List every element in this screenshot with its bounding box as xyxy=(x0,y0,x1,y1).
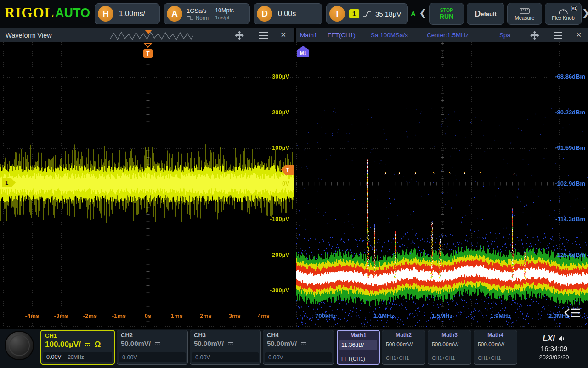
stop-run-button[interactable]: STOP RUN xyxy=(429,3,464,25)
oscilloscope-screen: RIGOL AUTO H 1.00ms/ A 1GSa/s Norm 10Mpt… xyxy=(0,0,588,368)
math-box-math4[interactable]: Math4 500.00mV/ CH1+CH1 xyxy=(474,330,517,365)
pan-move-icon[interactable] xyxy=(235,31,244,40)
math4-scale: 500.00mV/ xyxy=(478,341,504,348)
trigger-position-marker-icon[interactable] xyxy=(145,30,152,34)
panel-menu-icon[interactable] xyxy=(554,32,562,39)
dc-coupling-icon xyxy=(154,341,161,346)
fft-titlebar: Math1 FFT(CH1) Sa:100MSa/s Center:1.5MHz… xyxy=(296,28,588,42)
fft-panel: Math1 FFT(CH1) Sa:100MSa/s Center:1.5MHz… xyxy=(296,28,588,327)
fft-sample-rate: Sa:100MSa/s xyxy=(371,32,408,39)
fft-panel-title: Math1 xyxy=(300,32,317,39)
toolbar-scroll-left-icon[interactable]: ❮ xyxy=(419,7,427,18)
channel-box-ch4[interactable]: CH4 50.00mV/ 0.00V xyxy=(263,330,334,365)
bottom-bar: CH1 100.00µV/ Ω 0.00V 20MHz CH2 50.00mV/ xyxy=(0,329,588,368)
ch1-bandwidth: 20MHz xyxy=(68,354,84,360)
ch1-scale: 100.00µV/ xyxy=(45,340,81,349)
math-box-math3[interactable]: Math3 500.00mV/ CH1+CH1 xyxy=(428,330,471,365)
delay-value: 0.00s xyxy=(278,10,296,18)
stop-label: STOP xyxy=(440,8,453,13)
run-label: RUN xyxy=(440,13,453,20)
math4-expression: CH1+CH1 xyxy=(478,355,501,361)
horizontal-position-overview[interactable] xyxy=(110,29,193,41)
math-box-math1[interactable]: Math1 11.36dB/ FFT(CH1) xyxy=(337,330,380,365)
math3-expression: CH1+CH1 xyxy=(432,355,455,361)
trigger-level-value: 35.18µV xyxy=(375,10,401,18)
flex-knob-icon xyxy=(557,7,569,15)
system-date: 2023/02/20 xyxy=(539,354,569,361)
ch3-scale: 50.00mV/ xyxy=(194,340,224,347)
dc-coupling-icon xyxy=(300,341,307,346)
trigger-pill[interactable]: T 1 35.18µV xyxy=(326,3,408,24)
ch4-scale: 50.00mV/ xyxy=(267,340,297,347)
math2-scale: 500.00mV/ xyxy=(386,341,413,348)
acquisition-pill[interactable]: A 1GSa/s Norm 10Mpts 1ns/pt xyxy=(164,3,250,24)
toolbar-scroll-right-icon[interactable]: ❯ xyxy=(582,7,588,18)
waveform-view-panel: Waveform View ✕ T 1 T 300µV200µV100µV0V-… xyxy=(0,28,294,327)
math1-expression: FFT(CH1) xyxy=(341,356,365,362)
svg-text:T: T xyxy=(146,51,150,57)
flex-knob-button[interactable]: M1 Flex Knob xyxy=(545,3,582,25)
measure-icon xyxy=(520,7,530,15)
speaker-icon[interactable] xyxy=(558,335,565,342)
rigol-logo: RIGOL xyxy=(5,5,54,21)
fft-function-label: FFT(CH1) xyxy=(328,32,356,39)
ch2-scale: 50.00mV/ xyxy=(121,340,151,347)
top-bar: RIGOL AUTO H 1.00ms/ A 1GSa/s Norm 10Mpt… xyxy=(0,0,588,28)
ch2-offset: 0.00V xyxy=(122,354,137,361)
waveform-panel-title: Waveform View xyxy=(6,32,52,39)
ch1-impedance: Ω xyxy=(95,340,101,349)
waveform-trace-canvas[interactable] xyxy=(0,42,294,327)
h-knob-icon[interactable]: H xyxy=(98,6,113,22)
ch4-offset: 0.00V xyxy=(268,354,283,361)
trigger-position-indicator[interactable]: T xyxy=(140,42,156,59)
sample-interval: 1ns/pt xyxy=(215,15,234,20)
lxi-logo: LXI xyxy=(543,334,554,343)
memory-depth: 10Mpts xyxy=(215,7,234,14)
pan-move-icon[interactable] xyxy=(530,31,539,40)
square-wave-icon xyxy=(187,16,194,20)
fft-plot-area[interactable]: M1 -68.86dBm-80.22dBm-91.59dBm-102.9dBm-… xyxy=(296,42,588,327)
system-time: 16:34:09 xyxy=(541,345,567,352)
panel-close-icon[interactable]: ✕ xyxy=(576,31,582,39)
a-knob-icon[interactable]: A xyxy=(167,6,182,22)
math2-expression: CH1+CH1 xyxy=(386,355,409,361)
trigger-armed-indicator: A xyxy=(411,10,416,17)
trigger-mode-status: AUTO xyxy=(55,6,90,20)
default-button[interactable]: Default xyxy=(467,3,504,25)
dc-coupling-icon xyxy=(85,342,91,347)
fft-center-frequency: Center:1.5MHz xyxy=(427,32,469,39)
acquire-mode: Norm xyxy=(196,15,209,21)
math-box-math2[interactable]: Math2 500.00mV/ CH1+CH1 xyxy=(382,330,425,365)
waveform-titlebar: Waveform View ✕ xyxy=(0,28,294,42)
rigol-emblem xyxy=(5,331,34,360)
delay-pill[interactable]: D 0.00s xyxy=(254,3,322,24)
sample-rate: 1GSa/s xyxy=(187,7,209,14)
trigger-source-badge: 1 xyxy=(349,9,359,18)
fft-spectrum-canvas[interactable] xyxy=(296,42,588,327)
channel-box-ch1[interactable]: CH1 100.00µV/ Ω 0.00V 20MHz xyxy=(40,330,115,365)
status-clock: LXI 16:34:09 2023/02/20 xyxy=(522,330,586,365)
horizontal-scale-pill[interactable]: H 1.00ms/ xyxy=(95,3,160,24)
channel-box-ch3[interactable]: CH3 50.00mV/ 0.00V xyxy=(190,330,261,365)
horizontal-scale-value: 1.00ms/ xyxy=(119,10,145,18)
fft-span-truncated: Spa xyxy=(499,32,510,39)
math3-scale: 500.00mV/ xyxy=(432,341,458,348)
ch1-offset: 0.00V xyxy=(46,354,62,360)
d-knob-icon[interactable]: D xyxy=(257,6,272,22)
quick-menu-icon[interactable] xyxy=(564,307,581,319)
t-knob-icon[interactable]: T xyxy=(329,6,345,22)
flex-knob-m1-badge: M1 xyxy=(571,6,577,11)
channel-box-ch2[interactable]: CH2 50.00mV/ 0.00V xyxy=(117,330,188,365)
panel-close-icon[interactable]: ✕ xyxy=(280,31,286,39)
panel-menu-icon[interactable] xyxy=(259,32,268,39)
waveform-plot-area[interactable]: T 1 T 300µV200µV100µV0V-100µV-200µV-300µ… xyxy=(0,42,294,327)
trigger-slope-icon xyxy=(362,10,372,18)
ch3-offset: 0.00V xyxy=(195,354,210,361)
measure-button[interactable]: Measure xyxy=(507,3,542,25)
math1-scale: 11.36dB/ xyxy=(339,340,377,350)
dc-coupling-icon xyxy=(227,341,234,346)
